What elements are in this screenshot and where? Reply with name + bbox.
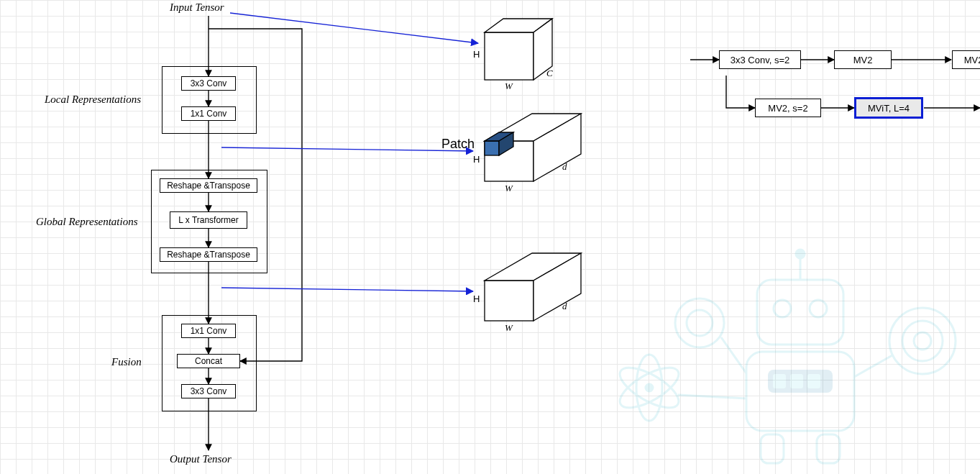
tensor3-w: W (505, 322, 513, 334)
tensor2-w: W (505, 183, 513, 194)
block-3x3-conv-1: 3x3 Conv (181, 76, 236, 91)
svg-rect-36 (485, 32, 533, 80)
pipe-3x3-conv-s2: 3x3 Conv, s=2 (719, 50, 801, 69)
block-1x1-conv-1: 1x1 Conv (181, 106, 236, 121)
svg-rect-42 (485, 141, 499, 155)
output-tensor-label: Output Tensor (170, 453, 232, 465)
input-tensor-label: Input Tensor (170, 1, 224, 14)
tensor3-h: H (473, 293, 480, 304)
pipe-mvit-l4: MViT, L=4 (854, 97, 923, 119)
block-concat: Concat (177, 354, 240, 368)
block-l-transformer: L x Transformer (170, 211, 247, 229)
svg-line-35 (221, 288, 473, 291)
pipe-mv2-2: MV2 (952, 50, 980, 69)
diagram-canvas (0, 0, 980, 474)
tensor2-h: H (473, 154, 480, 165)
pipe-mv2-s2: MV2, s=2 (755, 99, 821, 117)
pipe-mv2-1: MV2 (834, 50, 892, 69)
block-1x1-conv-2: 1x1 Conv (181, 324, 236, 338)
tensor2-d: d (562, 161, 567, 173)
tensor1-c: C (546, 68, 553, 79)
fusion-title: Fusion (111, 356, 142, 368)
block-3x3-conv-2: 3x3 Conv (181, 384, 236, 398)
svg-line-33 (230, 13, 478, 43)
local-rep-title: Local Representations (45, 94, 141, 106)
patch-label: Patch (441, 137, 475, 152)
tensor1-w: W (505, 81, 513, 92)
block-reshape-transpose-2: Reshape &Transpose (160, 247, 257, 262)
block-reshape-transpose-1: Reshape &Transpose (160, 178, 257, 193)
global-rep-title: Global Representations (36, 216, 138, 228)
tensor3-d: d (562, 301, 567, 312)
tensor1-h: H (473, 49, 480, 60)
svg-line-34 (221, 147, 473, 151)
svg-rect-45 (485, 281, 533, 321)
